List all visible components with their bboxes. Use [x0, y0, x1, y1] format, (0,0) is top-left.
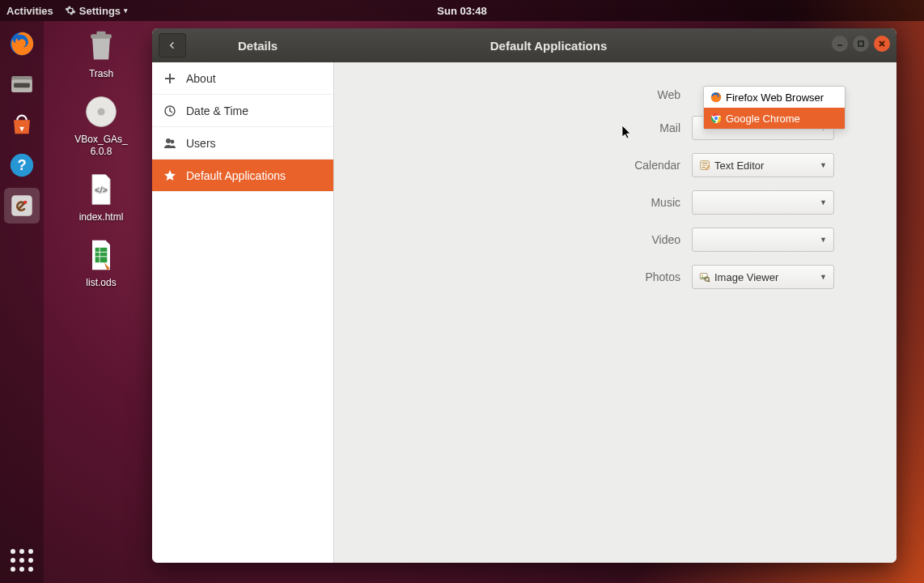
- sidebar-item-datetime[interactable]: Date & Time: [152, 95, 333, 127]
- svg-text:</>: </>: [95, 185, 108, 194]
- chrome-icon: [710, 113, 722, 124]
- chevron-down-icon: ▼: [820, 198, 827, 206]
- row-label-mail: Mail: [363, 121, 692, 134]
- dock-software[interactable]: [4, 107, 40, 143]
- desktop: Trash VBox_GAs_ 6.0.8 </> index.html lis…: [57, 28, 146, 302]
- html-file-icon: </>: [83, 172, 119, 207]
- maximize-icon: [857, 40, 865, 48]
- calendar-combobox-value: Text Editor: [714, 160, 764, 172]
- text-editor-icon: [699, 160, 710, 171]
- dock: ?: [0, 21, 44, 583]
- desktop-list-ods[interactable]: list.ods: [57, 236, 146, 289]
- show-applications-button[interactable]: [0, 549, 44, 572]
- music-combobox[interactable]: ▼: [692, 190, 834, 215]
- users-icon: [163, 137, 176, 150]
- back-button[interactable]: [159, 33, 186, 57]
- chevron-down-icon: ▾: [124, 6, 128, 15]
- row-label-music: Music: [363, 196, 692, 209]
- top-bar: Activities Settings ▾ Sun 03:48: [0, 0, 924, 21]
- sidebar-item-users[interactable]: Users: [152, 127, 333, 160]
- dock-settings[interactable]: [4, 188, 40, 223]
- sidebar-item-label: Default Applications: [186, 169, 286, 182]
- clock[interactable]: Sun 03:48: [437, 5, 486, 17]
- dock-help[interactable]: ?: [4, 147, 40, 183]
- breadcrumb: Details: [238, 39, 278, 53]
- chevron-down-icon: ▼: [820, 273, 827, 281]
- svg-rect-14: [95, 248, 108, 262]
- minimize-icon: [836, 40, 844, 48]
- web-dropdown: Firefox Web Browser Google Chrome: [703, 86, 846, 130]
- chevron-down-icon: ▼: [820, 236, 827, 244]
- svg-text:?: ?: [17, 156, 26, 173]
- svg-point-7: [23, 201, 27, 204]
- desktop-index-html[interactable]: </> index.html: [57, 171, 146, 223]
- sidebar-item-default-apps[interactable]: Default Applications: [152, 160, 333, 192]
- web-option-chrome-label: Google Chrome: [726, 113, 800, 125]
- sidebar-item-about[interactable]: About: [152, 62, 333, 95]
- desktop-trash[interactable]: Trash: [57, 28, 146, 80]
- dock-files[interactable]: [4, 66, 40, 102]
- sidebar-item-label: About: [186, 72, 216, 85]
- dock-firefox[interactable]: [4, 26, 40, 62]
- row-label-video: Video: [363, 233, 692, 246]
- sidebar: About Date & Time Users Default Applicat…: [152, 62, 334, 563]
- sidebar-item-label: Date & Time: [186, 104, 248, 117]
- svg-rect-15: [858, 41, 863, 46]
- image-viewer-icon: [699, 271, 710, 283]
- video-combobox[interactable]: ▼: [692, 228, 834, 252]
- window-minimize-button[interactable]: [832, 36, 848, 52]
- web-option-firefox[interactable]: Firefox Web Browser: [704, 87, 845, 108]
- row-label-calendar: Calendar: [363, 159, 692, 172]
- app-menu-settings[interactable]: Settings ▾: [65, 5, 128, 17]
- disc-icon: [83, 94, 119, 130]
- settings-window: Details Default Applications About Date …: [152, 28, 896, 563]
- close-icon: [878, 40, 886, 48]
- desktop-index-html-label: index.html: [79, 211, 124, 223]
- window-maximize-button[interactable]: [853, 36, 869, 52]
- svg-rect-3: [14, 83, 30, 88]
- svg-point-18: [171, 139, 175, 143]
- photos-combobox[interactable]: Image Viewer ▼: [692, 265, 834, 289]
- page-title: Default Applications: [490, 39, 607, 53]
- calendar-combobox[interactable]: Text Editor ▼: [692, 153, 834, 177]
- svg-point-25: [701, 274, 703, 276]
- row-label-web: Web: [363, 88, 692, 101]
- activities-button[interactable]: Activities: [6, 5, 53, 17]
- firefox-icon: [710, 91, 722, 103]
- desktop-trash-label: Trash: [89, 68, 113, 80]
- svg-point-12: [97, 108, 104, 115]
- web-option-chrome[interactable]: Google Chrome: [704, 108, 845, 129]
- window-close-button[interactable]: [874, 36, 890, 52]
- row-label-photos: Photos: [363, 270, 692, 283]
- desktop-list-ods-label: list.ods: [86, 277, 116, 289]
- titlebar[interactable]: Details Default Applications: [152, 28, 896, 62]
- sidebar-item-label: Users: [186, 137, 216, 150]
- content: Web Firefox Web Browser Google Chrome: [334, 62, 896, 563]
- desktop-vbox-gas[interactable]: VBox_GAs_ 6.0.8: [57, 93, 146, 158]
- star-icon: [163, 169, 176, 182]
- clock-icon: [163, 104, 176, 117]
- chevron-down-icon: ▼: [820, 161, 827, 169]
- ods-file-icon: [83, 237, 119, 273]
- web-option-firefox-label: Firefox Web Browser: [726, 91, 824, 104]
- app-menu-label: Settings: [79, 5, 121, 17]
- gear-icon: [65, 5, 76, 16]
- trash-icon: [83, 28, 119, 64]
- plus-icon: [163, 72, 176, 85]
- desktop-vbox-gas-label: VBox_GAs_ 6.0.8: [74, 134, 127, 158]
- svg-rect-9: [97, 32, 106, 36]
- photos-combobox-value: Image Viewer: [714, 271, 778, 283]
- chevron-left-icon: [167, 40, 177, 50]
- svg-point-17: [166, 138, 171, 143]
